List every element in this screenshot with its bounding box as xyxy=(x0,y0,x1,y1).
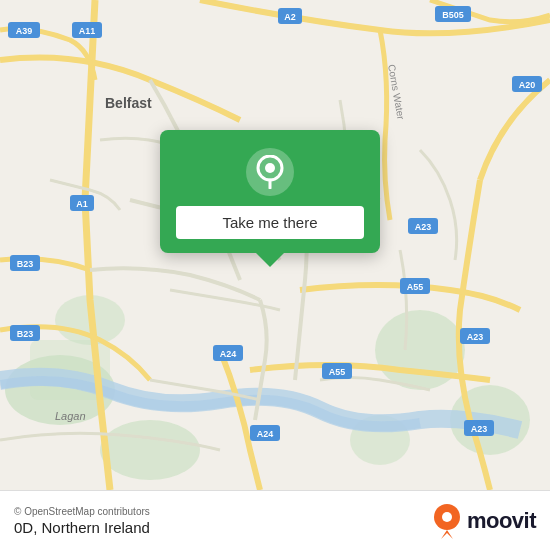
map-container: A39 A11 A2 B505 A20 A1 A23 A55 B23 B23 A… xyxy=(0,0,550,490)
svg-text:A2: A2 xyxy=(284,12,296,22)
svg-text:A23: A23 xyxy=(415,222,432,232)
svg-text:A23: A23 xyxy=(471,424,488,434)
svg-text:B23: B23 xyxy=(17,329,34,339)
moovit-text: moovit xyxy=(467,508,536,534)
bottom-left: © OpenStreetMap contributors 0D, Norther… xyxy=(14,506,150,536)
svg-text:A24: A24 xyxy=(220,349,237,359)
svg-point-44 xyxy=(442,512,452,522)
svg-text:Lagan: Lagan xyxy=(55,410,86,422)
svg-text:B505: B505 xyxy=(442,10,464,20)
take-me-there-button[interactable]: Take me there xyxy=(176,206,364,239)
svg-text:A11: A11 xyxy=(79,26,96,36)
moovit-pin-icon xyxy=(433,503,461,539)
svg-text:A20: A20 xyxy=(519,80,536,90)
svg-text:A55: A55 xyxy=(329,367,346,377)
bottom-bar: © OpenStreetMap contributors 0D, Norther… xyxy=(0,490,550,550)
svg-text:A23: A23 xyxy=(467,332,484,342)
location-pin-icon xyxy=(256,155,284,189)
svg-point-42 xyxy=(265,163,275,173)
svg-text:A1: A1 xyxy=(76,199,88,209)
svg-text:Belfast: Belfast xyxy=(105,95,152,111)
svg-text:A55: A55 xyxy=(407,282,424,292)
popup-card: Take me there xyxy=(160,130,380,253)
location-icon-circle xyxy=(246,148,294,196)
svg-text:A24: A24 xyxy=(257,429,274,439)
osm-attribution: © OpenStreetMap contributors xyxy=(14,506,150,517)
svg-text:B23: B23 xyxy=(17,259,34,269)
location-label: 0D, Northern Ireland xyxy=(14,519,150,536)
moovit-logo: moovit xyxy=(433,503,536,539)
svg-point-6 xyxy=(100,420,200,480)
svg-text:A39: A39 xyxy=(16,26,33,36)
